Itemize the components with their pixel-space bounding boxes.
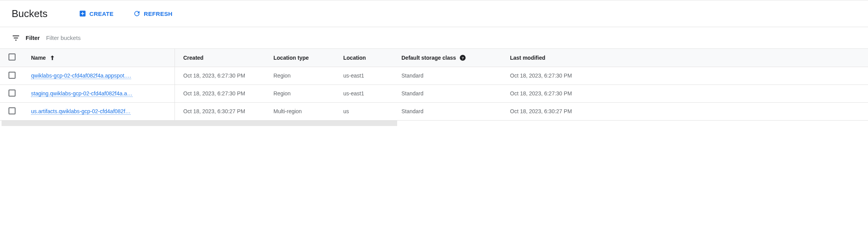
filter-input[interactable] — [45, 34, 856, 41]
cell-location: us-east1 — [339, 85, 398, 102]
column-header-location[interactable]: Location — [339, 49, 398, 67]
column-header-storage-class-label: Default storage class — [401, 55, 456, 61]
refresh-icon — [133, 10, 141, 17]
page-header: Buckets CREATE REFRESH — [0, 0, 868, 27]
svg-rect-2 — [81, 13, 84, 14]
create-button[interactable]: CREATE — [79, 10, 114, 17]
column-header-storage-class[interactable]: Default storage class ? — [398, 49, 506, 67]
column-header-name-label: Name — [31, 55, 46, 61]
row-checkbox[interactable] — [9, 107, 16, 114]
plus-box-icon — [79, 10, 86, 17]
column-header-name[interactable]: Name — [31, 49, 175, 67]
sort-asc-icon — [49, 54, 56, 61]
bucket-name-link[interactable]: staging.qwiklabs-gcp-02-cfd4af082f4a.a… — [31, 90, 133, 97]
filter-bar: Filter — [0, 27, 868, 49]
table-row: qwiklabs-gcp-02-cfd4af082f4a.appspot.…Oc… — [0, 67, 868, 85]
row-checkbox[interactable] — [9, 90, 16, 97]
table-row: us.artifacts.qwiklabs-gcp-02-cfd4af082f…… — [0, 102, 868, 120]
cell-created: Oct 18, 2023, 6:27:30 PM — [175, 67, 270, 85]
bucket-name-link[interactable]: us.artifacts.qwiklabs-gcp-02-cfd4af082f… — [31, 108, 131, 115]
cell-storage-class: Standard — [398, 67, 506, 85]
cell-created: Oct 18, 2023, 6:30:27 PM — [175, 102, 270, 120]
horizontal-scrollbar[interactable] — [2, 121, 397, 126]
refresh-button[interactable]: REFRESH — [133, 10, 173, 17]
column-header-created[interactable]: Created — [175, 49, 270, 67]
cell-location: us — [339, 102, 398, 120]
table-header-row: Name Created Location type Location Defa… — [0, 49, 868, 67]
cell-location-type: Region — [270, 67, 339, 85]
cell-created: Oct 18, 2023, 6:27:30 PM — [175, 85, 270, 102]
cell-last-modified: Oct 18, 2023, 6:27:30 PM — [506, 85, 607, 102]
page-title: Buckets — [12, 8, 48, 20]
column-header-location-type[interactable]: Location type — [270, 49, 339, 67]
filter-icon — [12, 34, 20, 42]
select-all-checkbox[interactable] — [9, 54, 16, 60]
filter-label: Filter — [26, 35, 40, 41]
create-button-label: CREATE — [90, 10, 114, 17]
cell-location-type: Region — [270, 85, 339, 102]
svg-text:?: ? — [462, 56, 464, 60]
row-checkbox[interactable] — [9, 72, 16, 79]
bucket-name-link[interactable]: qwiklabs-gcp-02-cfd4af082f4a.appspot.… — [31, 72, 131, 79]
refresh-button-label: REFRESH — [144, 10, 173, 17]
cell-storage-class: Standard — [398, 85, 506, 102]
table-row: staging.qwiklabs-gcp-02-cfd4af082f4a.a…O… — [0, 85, 868, 102]
cell-location: us-east1 — [339, 67, 398, 85]
help-icon[interactable]: ? — [459, 54, 466, 61]
column-header-last-modified[interactable]: Last modified — [506, 49, 607, 67]
cell-last-modified: Oct 18, 2023, 6:30:27 PM — [506, 102, 607, 120]
cell-last-modified: Oct 18, 2023, 6:27:30 PM — [506, 67, 607, 85]
cell-storage-class: Standard — [398, 102, 506, 120]
cell-location-type: Multi-region — [270, 102, 339, 120]
buckets-table: Name Created Location type Location Defa… — [0, 49, 868, 121]
